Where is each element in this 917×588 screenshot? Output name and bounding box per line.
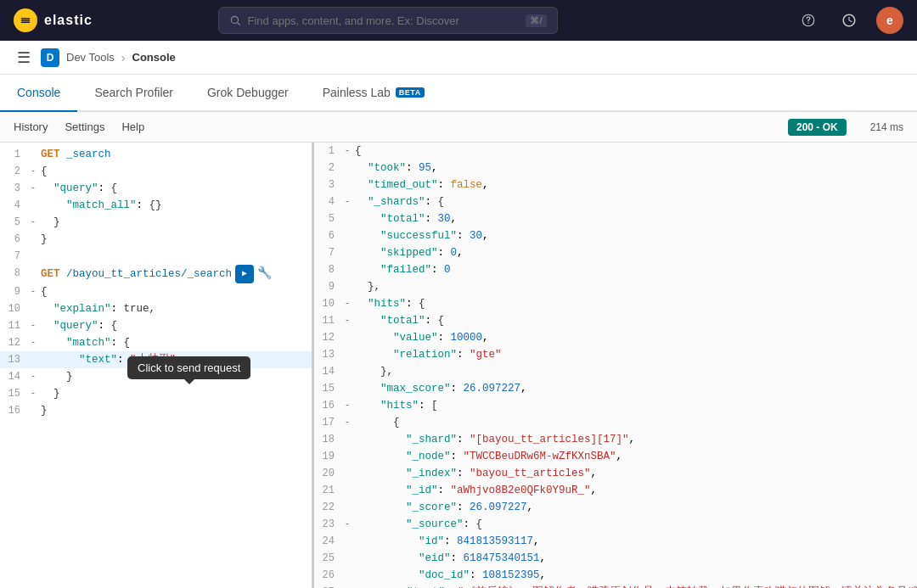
response-content: "total": 30, xyxy=(355,210,914,227)
response-line: 26 "doc_id": 108152395, xyxy=(314,567,917,584)
collapse-button[interactable]: - xyxy=(341,397,353,414)
line-number: 22 xyxy=(318,499,341,516)
response-line: 18 "_shard": "[bayou_tt_articles][17]", xyxy=(314,431,917,448)
line-number: 7 xyxy=(3,248,27,265)
response-content: "_index": "bayou_tt_articles", xyxy=(355,465,914,482)
global-search-bar[interactable]: ⌘/ xyxy=(218,7,558,34)
svg-point-3 xyxy=(807,22,809,24)
history-btn[interactable]: History xyxy=(14,120,48,133)
code-line: 5- } xyxy=(0,214,312,231)
tab-painless-lab[interactable]: Painless Lab BETA xyxy=(306,75,442,112)
collapse-button[interactable]: - xyxy=(27,180,39,197)
response-content: "eid": 618475340151, xyxy=(355,550,914,567)
line-number: 21 xyxy=(318,482,341,499)
collapse-button[interactable]: - xyxy=(341,414,353,431)
line-number: 24 xyxy=(318,533,341,550)
response-line: 21 "_id": "aWhjvo8B2e0QFk0Y9uR_", xyxy=(314,482,917,499)
code-line: 3- "query": { xyxy=(0,180,312,197)
main-editor-area: 1GET _search2-{3- "query": {4 "match_all… xyxy=(0,143,917,588)
response-line: 23- "_source": { xyxy=(314,516,917,533)
line-number: 20 xyxy=(318,465,341,482)
tab-search-profiler[interactable]: Search Profiler xyxy=(77,75,190,112)
response-line: 8 "failed": 0 xyxy=(314,261,917,278)
collapse-button[interactable]: - xyxy=(341,143,353,160)
response-line: 13 "relation": "gte" xyxy=(314,346,917,363)
collapse-button[interactable]: - xyxy=(27,334,39,351)
response-content: "hits": [ xyxy=(355,397,914,414)
code-line: 16} xyxy=(0,402,312,419)
tabs-bar: Console Search Profiler Grok Debugger Pa… xyxy=(0,75,917,112)
line-number: 14 xyxy=(318,363,341,380)
line-number: 5 xyxy=(3,214,27,231)
collapse-button[interactable]: - xyxy=(27,368,39,385)
settings-btn[interactable]: Settings xyxy=(65,120,104,133)
response-line: 6 "successful": 30, xyxy=(314,227,917,244)
tab-console[interactable]: Console xyxy=(0,75,77,112)
code-content: "query": { xyxy=(41,180,308,197)
response-content: "failed": 0 xyxy=(355,261,914,278)
hamburger-menu[interactable]: ☰ xyxy=(14,45,34,70)
breadcrumb-bar: ☰ D Dev Tools › Console xyxy=(0,41,917,75)
code-line: 4 "match_all": {} xyxy=(0,197,312,214)
tooltip-container: Click to send request xyxy=(127,356,250,379)
status-badge: 200 - OK xyxy=(788,119,847,136)
code-line: 12- "match": { xyxy=(0,334,312,351)
line-number: 13 xyxy=(3,351,27,368)
code-line: 7 xyxy=(0,248,312,265)
response-content: "total": { xyxy=(355,312,914,329)
help-icon-btn[interactable] xyxy=(795,7,822,34)
nav-icons: e xyxy=(795,7,903,34)
response-content: "timed_out": false, xyxy=(355,176,914,193)
collapse-button[interactable]: - xyxy=(27,317,39,334)
breadcrumb-dev-tools[interactable]: Dev Tools xyxy=(66,51,115,64)
collapse-button[interactable]: - xyxy=(341,516,353,533)
code-line: 11- "query": { xyxy=(0,317,312,334)
line-number: 12 xyxy=(318,329,341,346)
response-line: 5 "total": 30, xyxy=(314,210,917,227)
line-number: 7 xyxy=(318,244,341,261)
user-avatar[interactable]: e xyxy=(876,7,903,34)
code-content: } xyxy=(41,385,308,402)
breadcrumb-separator: › xyxy=(121,51,126,64)
code-line[interactable]: 1GET _search xyxy=(0,146,312,163)
response-content: "id": 841813593117, xyxy=(355,533,914,550)
elastic-logo-text: elastic xyxy=(44,13,93,28)
response-content: }, xyxy=(355,278,914,295)
response-line: 16- "hits": [ xyxy=(314,397,917,414)
line-number: 1 xyxy=(3,146,27,163)
response-line: 2 "took": 95, xyxy=(314,160,917,176)
play-button[interactable]: ▶ xyxy=(235,265,254,283)
right-response-panel: 1-{2 "took": 95,3 "timed_out": false,4- … xyxy=(314,143,917,588)
code-content: GET /bayou_tt_articles/_search▶🔧 xyxy=(41,265,308,283)
code-content: } xyxy=(41,402,308,419)
collapse-button[interactable]: - xyxy=(341,193,353,210)
tab-grok-debugger[interactable]: Grok Debugger xyxy=(190,75,306,112)
response-content: "max_score": 26.097227, xyxy=(355,380,914,397)
line-number: 27 xyxy=(318,584,341,588)
line-number: 9 xyxy=(318,278,341,295)
global-search-input[interactable] xyxy=(248,14,520,27)
app-icon: D xyxy=(41,48,59,67)
response-line: 1-{ xyxy=(314,143,917,160)
wrench-icon[interactable]: 🔧 xyxy=(257,266,272,280)
code-content: "match": { xyxy=(41,334,308,351)
code-content: "explain": true, xyxy=(41,300,308,317)
collapse-button[interactable]: - xyxy=(27,283,39,300)
collapse-button[interactable]: - xyxy=(27,214,39,231)
code-content: "query": { xyxy=(41,317,308,334)
help-btn[interactable]: Help xyxy=(121,120,144,133)
line-number: 14 xyxy=(3,368,27,385)
line-number: 11 xyxy=(3,317,27,334)
collapse-button[interactable]: - xyxy=(27,163,39,180)
line-number: 15 xyxy=(318,380,341,397)
collapse-button[interactable]: - xyxy=(27,385,39,402)
line-number: 2 xyxy=(3,163,27,180)
line-number: 4 xyxy=(3,197,27,214)
elastic-logo[interactable]: elastic xyxy=(14,8,93,32)
response-content: "_score": 26.097227, xyxy=(355,499,914,516)
code-line[interactable]: 8GET /bayou_tt_articles/_search▶🔧 xyxy=(0,265,312,283)
collapse-button[interactable]: - xyxy=(341,295,353,312)
collapse-button[interactable]: - xyxy=(341,312,353,329)
breadcrumb-console[interactable]: Console xyxy=(132,51,176,64)
updates-icon-btn[interactable] xyxy=(835,7,863,34)
